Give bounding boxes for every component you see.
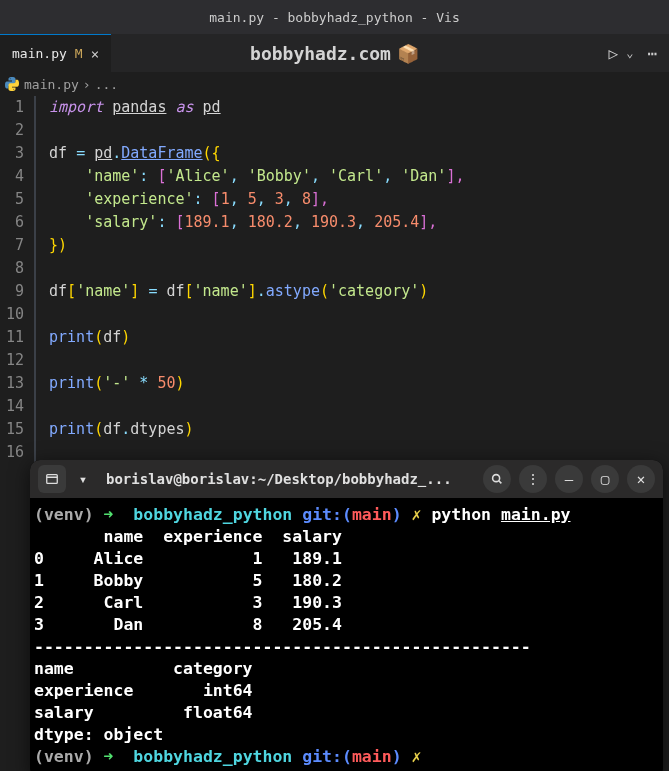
- line-number: 3: [0, 142, 24, 165]
- code-line[interactable]: [40, 395, 669, 418]
- close-icon[interactable]: ×: [91, 46, 99, 62]
- breadcrumb-more[interactable]: ...: [95, 77, 118, 92]
- terminal-window: ▾ borislav@borislav:~/Desktop/bobbyhadz_…: [30, 460, 663, 771]
- code-line[interactable]: df = pd.DataFrame({: [40, 142, 669, 165]
- more-icon[interactable]: ⋯: [647, 44, 657, 63]
- menu-button[interactable]: ⋮: [519, 465, 547, 493]
- line-number: 11: [0, 326, 24, 349]
- code-line[interactable]: print('-' * 50): [40, 372, 669, 395]
- code-area[interactable]: import pandas as pd df = pd.DataFrame({ …: [34, 96, 669, 464]
- line-number: 7: [0, 234, 24, 257]
- maximize-button[interactable]: ▢: [591, 465, 619, 493]
- code-line[interactable]: 'experience': [1, 5, 3, 8],: [40, 188, 669, 211]
- watermark: bobbyhadz.com 📦: [250, 43, 419, 64]
- watermark-text: bobbyhadz.com: [250, 43, 391, 64]
- play-icon[interactable]: ▷: [608, 44, 618, 63]
- tab-label: main.py: [12, 46, 67, 61]
- window-title: main.py - bobbyhadz_python - Vis: [209, 10, 459, 25]
- terminal-title: borislav@borislav:~/Desktop/bobbyhadz_..…: [100, 471, 475, 487]
- line-number: 16: [0, 441, 24, 464]
- terminal-body[interactable]: (venv) ➜ bobbyhadz_python git:(main) ✗ p…: [30, 498, 663, 771]
- terminal-header: ▾ borislav@borislav:~/Desktop/bobbyhadz_…: [30, 460, 663, 498]
- svg-line-3: [499, 481, 502, 484]
- code-line[interactable]: [40, 119, 669, 142]
- line-number-gutter: 1 2 3 4 5 6 7 8 9 10 11 12 13 14 15 16: [0, 96, 34, 464]
- line-number: 14: [0, 395, 24, 418]
- code-line[interactable]: df['name'] = df['name'].astype('category…: [40, 280, 669, 303]
- line-number: 10: [0, 303, 24, 326]
- code-line[interactable]: 'name': ['Alice', 'Bobby', 'Carl', 'Dan'…: [40, 165, 669, 188]
- chevron-right-icon: ›: [83, 77, 91, 92]
- line-number: 13: [0, 372, 24, 395]
- code-line[interactable]: }): [40, 234, 669, 257]
- line-number: 1: [0, 96, 24, 119]
- minimize-button[interactable]: —: [555, 465, 583, 493]
- line-number: 4: [0, 165, 24, 188]
- run-controls: ▷ ⌄ ⋯: [608, 44, 657, 63]
- tab-main-py[interactable]: main.py M ×: [0, 34, 111, 72]
- svg-point-2: [493, 475, 500, 482]
- python-icon: [4, 76, 20, 92]
- line-number: 12: [0, 349, 24, 372]
- line-number: 6: [0, 211, 24, 234]
- code-line[interactable]: [40, 257, 669, 280]
- close-button[interactable]: ✕: [627, 465, 655, 493]
- code-line[interactable]: print(df): [40, 326, 669, 349]
- search-button[interactable]: [483, 465, 511, 493]
- new-tab-button[interactable]: [38, 465, 66, 493]
- breadcrumb[interactable]: main.py › ...: [0, 72, 669, 96]
- code-line[interactable]: [40, 349, 669, 372]
- code-editor[interactable]: 1 2 3 4 5 6 7 8 9 10 11 12 13 14 15 16 i…: [0, 96, 669, 464]
- package-icon: 📦: [397, 43, 419, 64]
- window-title-bar: main.py - bobbyhadz_python - Vis: [0, 0, 669, 34]
- breadcrumb-file[interactable]: main.py: [24, 77, 79, 92]
- modified-indicator: M: [75, 46, 83, 61]
- code-line[interactable]: [40, 303, 669, 326]
- svg-rect-0: [47, 475, 58, 484]
- code-line[interactable]: print(df.dtypes): [40, 418, 669, 441]
- line-number: 8: [0, 257, 24, 280]
- code-line[interactable]: import pandas as pd: [40, 96, 669, 119]
- tab-bar: main.py M × bobbyhadz.com 📦 ▷ ⌄ ⋯: [0, 34, 669, 72]
- line-number: 2: [0, 119, 24, 142]
- chevron-down-icon[interactable]: ⌄: [626, 46, 633, 60]
- line-number: 5: [0, 188, 24, 211]
- chevron-down-icon[interactable]: ▾: [74, 465, 92, 493]
- code-line[interactable]: 'salary': [189.1, 180.2, 190.3, 205.4],: [40, 211, 669, 234]
- line-number: 9: [0, 280, 24, 303]
- line-number: 15: [0, 418, 24, 441]
